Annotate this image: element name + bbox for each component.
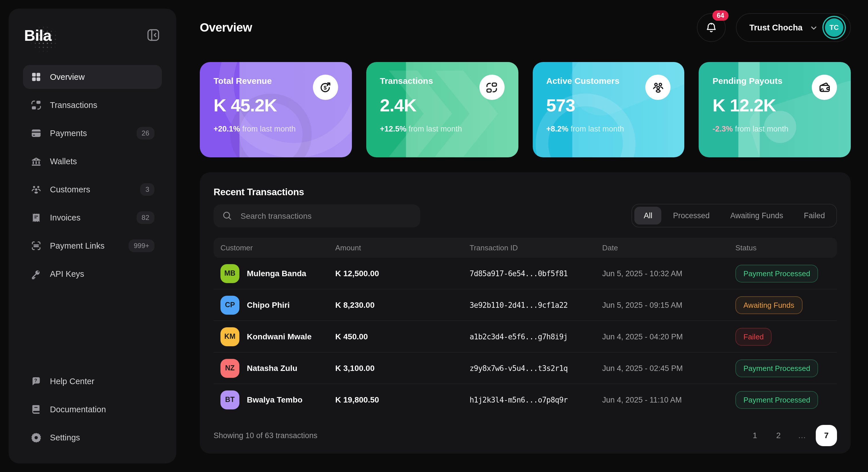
table-body: MBMulenga BandaK 12,500.007d85a917-6e54.… xyxy=(214,258,837,415)
invoices-icon xyxy=(30,212,42,224)
customer-cell: NZNatasha Zulu xyxy=(220,359,335,378)
notifications-button[interactable]: 64 xyxy=(697,13,726,42)
page-2[interactable]: 2 xyxy=(769,425,788,445)
sidebar-item-badge: 999+ xyxy=(129,239,154,252)
sidebar-item-settings[interactable]: Settings xyxy=(23,425,162,450)
table-row[interactable]: MBMulenga BandaK 12,500.007d85a917-6e54.… xyxy=(214,258,837,289)
stat-delta-suffix: from last month xyxy=(408,125,462,133)
stat-card-delta: +12.5% from last month xyxy=(380,125,505,133)
page-1[interactable]: 1 xyxy=(745,425,765,445)
recent-transactions-panel: Recent Transactions AllProcessedAwaiting… xyxy=(200,172,851,453)
date-cell: Jun 4, 2025 - 02:45 PM xyxy=(602,364,735,373)
page-title: Overview xyxy=(200,21,252,34)
payments-icon xyxy=(30,127,42,139)
customer-cell: MBMulenga Banda xyxy=(220,264,335,283)
amount-cell: K 19,800.50 xyxy=(335,395,470,404)
sidebar-item-label: Transactions xyxy=(50,100,97,110)
sidebar-item-customers[interactable]: Customers3 xyxy=(23,177,162,202)
customer-cell: BTBwalya Tembo xyxy=(220,390,335,409)
transaction-id-cell: 7d85a917-6e54...0bf5f81 xyxy=(470,269,602,277)
avatar: CP xyxy=(220,295,239,314)
sidebar-footer-nav: ?Help CenterDocumentationSettings xyxy=(23,369,162,450)
amount-cell: K 3,100.00 xyxy=(335,363,470,373)
sidebar-item-documentation[interactable]: Documentation xyxy=(23,397,162,421)
stat-delta-suffix: from last month xyxy=(242,125,296,133)
chevron-down-icon xyxy=(809,23,818,32)
sidebar-item-badge: 3 xyxy=(141,183,154,196)
filter-tab-failed[interactable]: Failed xyxy=(795,207,834,225)
sidebar-item-label: API Keys xyxy=(50,269,84,278)
stat-card-delta: -2.3% from last month xyxy=(713,125,837,133)
customer-cell: CPChipo Phiri xyxy=(220,295,335,314)
table-row[interactable]: NZNatasha ZuluK 3,100.00z9y8x7w6-v5u4...… xyxy=(214,353,837,384)
sidebar-item-help-center[interactable]: ?Help Center xyxy=(23,369,162,393)
status-cell: Payment Processed xyxy=(735,359,830,377)
results-summary: Showing 10 of 63 transactions xyxy=(214,431,317,440)
notification-count-badge: 64 xyxy=(712,10,729,21)
table-row[interactable]: KMKondwani MwaleK 450.00a1b2c3d4-e5f6...… xyxy=(214,321,837,353)
brand-logo: Bila xyxy=(23,27,51,45)
search-icon xyxy=(222,210,232,221)
stat-delta-value: +20.1% xyxy=(214,125,240,133)
customer-name: Natasha Zulu xyxy=(247,363,298,373)
sidebar-item-overview[interactable]: Overview xyxy=(23,65,162,89)
filter-tab-awaiting-funds[interactable]: Awaiting Funds xyxy=(721,207,792,225)
table-row[interactable]: BTBwalya TemboK 19,800.50h1j2k3l4-m5n6..… xyxy=(214,384,837,415)
search-input[interactable] xyxy=(239,210,412,221)
sidebar-item-api-keys[interactable]: API Keys xyxy=(23,262,162,286)
stat-delta-value: +12.5% xyxy=(380,125,406,133)
payment-links-icon xyxy=(30,240,42,252)
stat-card-value: 573 xyxy=(546,95,671,116)
settings-icon xyxy=(30,432,42,443)
status-cell: Payment Processed xyxy=(735,391,830,409)
sidebar-item-transactions[interactable]: Transactions xyxy=(23,93,162,117)
avatar: KM xyxy=(220,327,239,346)
customer-name: Mulenga Banda xyxy=(247,269,306,278)
stat-delta-value: -2.3% xyxy=(713,125,733,133)
customer-name: Kondwani Mwale xyxy=(247,332,312,341)
amount-cell: K 8,230.00 xyxy=(335,300,470,309)
sidebar-item-invoices[interactable]: Invoices82 xyxy=(23,206,162,230)
filter-tab-processed[interactable]: Processed xyxy=(664,207,719,225)
table-controls: AllProcessedAwaiting FundsFailed xyxy=(214,204,837,227)
bell-icon xyxy=(705,21,718,34)
stat-card-transactions: Transactions2.4K+12.5% from last month xyxy=(366,62,518,157)
user-avatar: TC xyxy=(825,19,843,37)
status-badge: Failed xyxy=(735,328,772,345)
status-filter-tabs: AllProcessedAwaiting FundsFailed xyxy=(632,204,837,227)
sidebar-item-label: Documentation xyxy=(50,405,106,414)
user-menu[interactable]: Trust Chocha TC xyxy=(736,13,851,42)
sidebar-item-payments[interactable]: Payments26 xyxy=(23,121,162,145)
bank-icon xyxy=(30,156,42,167)
sidebar-collapse-button[interactable] xyxy=(145,27,162,44)
sidebar-item-label: Payment Links xyxy=(50,241,104,250)
customer-cell: KMKondwani Mwale xyxy=(220,327,335,346)
transaction-id-cell: a1b2c3d4-e5f6...g7h8i9j xyxy=(470,332,602,341)
page-7[interactable]: 7 xyxy=(816,424,837,446)
status-cell: Awaiting Funds xyxy=(735,296,830,314)
transactions-icon xyxy=(30,99,42,111)
customers-icon xyxy=(30,184,42,195)
date-cell: Jun 5, 2025 - 10:32 AM xyxy=(602,269,735,277)
date-cell: Jun 4, 2025 - 04:20 PM xyxy=(602,332,735,341)
collapse-panel-icon xyxy=(146,27,161,42)
stat-delta-suffix: from last month xyxy=(735,125,788,133)
sidebar-item-payment-links[interactable]: Payment Links999+ xyxy=(23,234,162,258)
stat-cards-row: Total Revenue$K 45.2K+20.1% from last mo… xyxy=(200,62,851,157)
sidebar-item-label: Invoices xyxy=(50,213,81,222)
avatar: MB xyxy=(220,264,239,283)
dollar-refresh-icon: $ xyxy=(319,81,332,94)
status-cell: Failed xyxy=(735,328,830,345)
stat-card-total-revenue: Total Revenue$K 45.2K+20.1% from last mo… xyxy=(200,62,352,157)
topbar: Overview 64 Trust Chocha xyxy=(200,0,851,55)
sidebar-item-wallets[interactable]: Wallets xyxy=(23,149,162,173)
table-row[interactable]: CPChipo PhiriK 8,230.003e92b110-2d41...9… xyxy=(214,289,837,321)
app-root: Bila OverviewTransactionsPayments26Walle… xyxy=(0,0,868,472)
filter-tab-all[interactable]: All xyxy=(634,207,662,225)
stat-card-value: K 12.2K xyxy=(713,95,837,116)
date-cell: Jun 5, 2025 - 09:15 AM xyxy=(602,301,735,309)
panel-title: Recent Transactions xyxy=(214,172,837,198)
column-header-transaction-id: Transaction ID xyxy=(470,243,602,252)
column-header-customer: Customer xyxy=(220,243,335,252)
sidebar-item-label: Wallets xyxy=(50,157,77,166)
